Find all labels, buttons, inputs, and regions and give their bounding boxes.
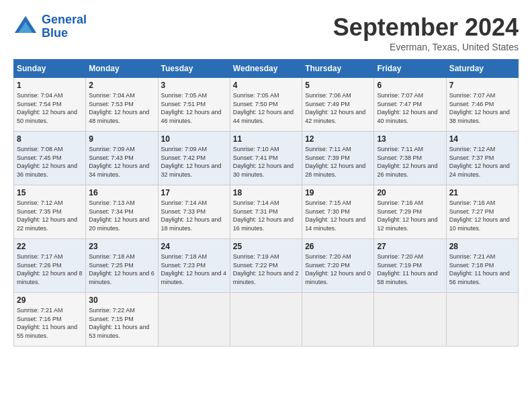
day-info: Sunrise: 7:08 AM Sunset: 7:45 PM Dayligh… [17, 145, 83, 179]
day-number: 17 [161, 188, 227, 197]
day-number: 14 [449, 134, 515, 144]
day-info: Sunrise: 7:14 AM Sunset: 7:33 PM Dayligh… [161, 199, 227, 232]
calendar-day-cell [302, 293, 374, 347]
day-info: Sunrise: 7:20 AM Sunset: 7:20 PM Dayligh… [305, 253, 371, 286]
day-number: 8 [17, 134, 83, 144]
calendar-week-row: 15Sunrise: 7:12 AM Sunset: 7:35 PM Dayli… [14, 185, 519, 239]
day-header-wednesday: Wednesday [230, 60, 302, 78]
calendar-day-cell [230, 293, 302, 347]
day-number: 27 [377, 242, 443, 251]
day-info: Sunrise: 7:22 AM Sunset: 7:15 PM Dayligh… [89, 306, 154, 340]
calendar-day-cell: 4Sunrise: 7:05 AM Sunset: 7:50 PM Daylig… [230, 78, 302, 132]
day-info: Sunrise: 7:14 AM Sunset: 7:31 PM Dayligh… [233, 199, 299, 232]
calendar-day-cell: 21Sunrise: 7:16 AM Sunset: 7:27 PM Dayli… [446, 185, 518, 239]
calendar-week-row: 22Sunrise: 7:17 AM Sunset: 7:26 PM Dayli… [14, 239, 519, 293]
day-info: Sunrise: 7:20 AM Sunset: 7:19 PM Dayligh… [377, 253, 443, 286]
calendar-day-cell: 27Sunrise: 7:20 AM Sunset: 7:19 PM Dayli… [374, 239, 446, 293]
day-info: Sunrise: 7:06 AM Sunset: 7:49 PM Dayligh… [305, 91, 371, 125]
calendar-day-cell: 28Sunrise: 7:21 AM Sunset: 7:18 PM Dayli… [446, 239, 518, 293]
day-number: 5 [305, 81, 371, 90]
day-info: Sunrise: 7:21 AM Sunset: 7:18 PM Dayligh… [449, 253, 515, 286]
calendar-day-cell: 24Sunrise: 7:18 AM Sunset: 7:23 PM Dayli… [158, 239, 230, 293]
calendar-day-cell: 14Sunrise: 7:12 AM Sunset: 7:37 PM Dayli… [446, 132, 518, 185]
day-number: 29 [17, 295, 83, 305]
day-number: 12 [305, 134, 371, 144]
calendar-day-cell: 12Sunrise: 7:11 AM Sunset: 7:39 PM Dayli… [302, 132, 374, 185]
day-info: Sunrise: 7:07 AM Sunset: 7:47 PM Dayligh… [377, 91, 443, 125]
day-header-saturday: Saturday [446, 60, 518, 78]
calendar-week-row: 29Sunrise: 7:21 AM Sunset: 7:16 PM Dayli… [14, 293, 519, 347]
day-number: 23 [89, 242, 154, 251]
day-info: Sunrise: 7:04 AM Sunset: 7:53 PM Dayligh… [89, 91, 154, 125]
calendar-day-cell: 30Sunrise: 7:22 AM Sunset: 7:15 PM Dayli… [86, 293, 158, 347]
day-header-monday: Monday [86, 60, 158, 78]
calendar-day-cell: 15Sunrise: 7:12 AM Sunset: 7:35 PM Dayli… [14, 185, 86, 239]
day-number: 3 [161, 81, 227, 90]
title-block: September 2024 Everman, Texas, United St… [333, 13, 519, 52]
month-title: September 2024 [333, 13, 519, 42]
day-info: Sunrise: 7:18 AM Sunset: 7:25 PM Dayligh… [89, 253, 154, 286]
day-number: 13 [377, 134, 443, 144]
day-number: 1 [17, 81, 83, 90]
calendar-day-cell: 5Sunrise: 7:06 AM Sunset: 7:49 PM Daylig… [302, 78, 374, 132]
calendar-day-cell: 9Sunrise: 7:09 AM Sunset: 7:43 PM Daylig… [86, 132, 158, 185]
calendar-day-cell: 20Sunrise: 7:16 AM Sunset: 7:29 PM Dayli… [374, 185, 446, 239]
calendar-day-cell: 23Sunrise: 7:18 AM Sunset: 7:25 PM Dayli… [86, 239, 158, 293]
calendar-day-cell: 18Sunrise: 7:14 AM Sunset: 7:31 PM Dayli… [230, 185, 302, 239]
day-number: 30 [89, 295, 154, 305]
day-info: Sunrise: 7:18 AM Sunset: 7:23 PM Dayligh… [161, 253, 227, 286]
day-info: Sunrise: 7:04 AM Sunset: 7:54 PM Dayligh… [17, 91, 83, 125]
calendar-day-cell: 29Sunrise: 7:21 AM Sunset: 7:16 PM Dayli… [14, 293, 86, 347]
day-number: 26 [305, 242, 371, 251]
day-info: Sunrise: 7:16 AM Sunset: 7:29 PM Dayligh… [377, 199, 443, 232]
day-number: 21 [449, 188, 515, 197]
day-number: 6 [377, 81, 443, 90]
day-number: 11 [233, 134, 299, 144]
calendar-day-cell: 11Sunrise: 7:10 AM Sunset: 7:41 PM Dayli… [230, 132, 302, 185]
calendar-day-cell [374, 293, 446, 347]
calendar-day-cell: 2Sunrise: 7:04 AM Sunset: 7:53 PM Daylig… [86, 78, 158, 132]
logo-text: General Blue [42, 13, 87, 40]
day-number: 4 [233, 81, 299, 90]
calendar-header-row: SundayMondayTuesdayWednesdayThursdayFrid… [14, 60, 519, 78]
day-info: Sunrise: 7:15 AM Sunset: 7:30 PM Dayligh… [305, 199, 371, 232]
day-number: 18 [233, 188, 299, 197]
logo-icon [13, 15, 38, 39]
day-number: 15 [17, 188, 83, 197]
day-number: 19 [305, 188, 371, 197]
day-info: Sunrise: 7:09 AM Sunset: 7:43 PM Dayligh… [89, 145, 154, 179]
location-title: Everman, Texas, United States [333, 42, 519, 52]
calendar-day-cell: 7Sunrise: 7:07 AM Sunset: 7:46 PM Daylig… [446, 78, 518, 132]
calendar-day-cell: 22Sunrise: 7:17 AM Sunset: 7:26 PM Dayli… [14, 239, 86, 293]
calendar-week-row: 1Sunrise: 7:04 AM Sunset: 7:54 PM Daylig… [14, 78, 519, 132]
calendar-day-cell: 13Sunrise: 7:11 AM Sunset: 7:38 PM Dayli… [374, 132, 446, 185]
calendar-day-cell: 8Sunrise: 7:08 AM Sunset: 7:45 PM Daylig… [14, 132, 86, 185]
day-number: 24 [161, 242, 227, 251]
calendar-day-cell: 25Sunrise: 7:19 AM Sunset: 7:22 PM Dayli… [230, 239, 302, 293]
day-number: 22 [17, 242, 83, 251]
day-info: Sunrise: 7:21 AM Sunset: 7:16 PM Dayligh… [17, 306, 83, 340]
logo-line2: Blue [42, 26, 68, 40]
day-info: Sunrise: 7:10 AM Sunset: 7:41 PM Dayligh… [233, 145, 299, 179]
day-info: Sunrise: 7:12 AM Sunset: 7:37 PM Dayligh… [449, 145, 515, 179]
day-info: Sunrise: 7:11 AM Sunset: 7:38 PM Dayligh… [377, 145, 443, 179]
calendar-day-cell: 19Sunrise: 7:15 AM Sunset: 7:30 PM Dayli… [302, 185, 374, 239]
logo: General Blue [13, 13, 87, 40]
day-number: 28 [449, 242, 515, 251]
day-info: Sunrise: 7:05 AM Sunset: 7:51 PM Dayligh… [161, 91, 227, 125]
day-number: 25 [233, 242, 299, 251]
calendar-table: SundayMondayTuesdayWednesdayThursdayFrid… [13, 59, 519, 347]
calendar-day-cell: 10Sunrise: 7:09 AM Sunset: 7:42 PM Dayli… [158, 132, 230, 185]
day-info: Sunrise: 7:12 AM Sunset: 7:35 PM Dayligh… [17, 199, 83, 232]
day-info: Sunrise: 7:17 AM Sunset: 7:26 PM Dayligh… [17, 253, 83, 286]
day-header-thursday: Thursday [302, 60, 374, 78]
logo-line1: General [42, 13, 87, 26]
day-number: 7 [449, 81, 515, 90]
day-header-sunday: Sunday [14, 60, 86, 78]
day-header-tuesday: Tuesday [158, 60, 230, 78]
day-number: 2 [89, 81, 154, 90]
calendar-day-cell: 16Sunrise: 7:13 AM Sunset: 7:34 PM Dayli… [86, 185, 158, 239]
calendar-body: 1Sunrise: 7:04 AM Sunset: 7:54 PM Daylig… [14, 78, 519, 347]
calendar-day-cell: 26Sunrise: 7:20 AM Sunset: 7:20 PM Dayli… [302, 239, 374, 293]
calendar-day-cell [158, 293, 230, 347]
